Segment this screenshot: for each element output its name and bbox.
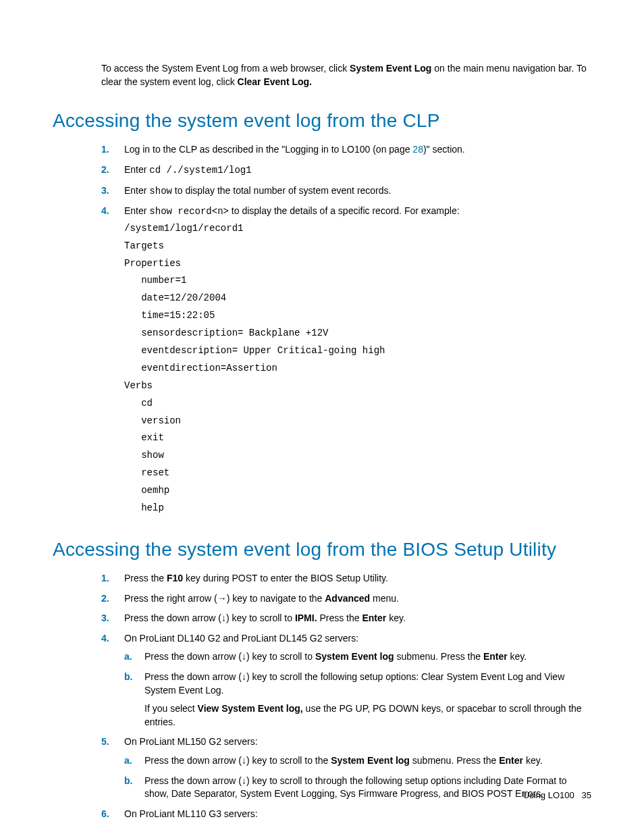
marker: 2. — [101, 163, 109, 177]
step-1: 1. Press the F10 key during POST to ente… — [101, 572, 591, 585]
marker: b. — [124, 775, 132, 788]
marker: a. — [124, 650, 132, 664]
bios-steps: 1. Press the F10 key during POST to ente… — [101, 572, 591, 820]
text-bold: System Event log — [331, 755, 410, 766]
text: Press the down arrow (↓) key to scroll t… — [144, 755, 331, 766]
code-inline: show record<n> — [149, 206, 229, 217]
marker: 6. — [101, 808, 109, 821]
step-2: 2. Enter cd /./system1/log1 — [101, 163, 591, 178]
text: key. — [508, 651, 527, 662]
text-bold: Enter — [499, 755, 523, 766]
footer-page: 35 — [582, 790, 591, 800]
text: Log in to the CLP as described in the "L… — [124, 144, 412, 155]
text: key. — [386, 613, 406, 623]
text-bold: System Event Log — [350, 63, 431, 74]
substeps-5: a. Press the down arrow (↓) key to scrol… — [124, 754, 591, 801]
marker: 1. — [101, 572, 109, 585]
step-2: 2. Press the right arrow (→) key to navi… — [101, 592, 591, 606]
step-3: 3. Press the down arrow (↓) key to scrol… — [101, 612, 591, 625]
marker: 2. — [101, 592, 109, 606]
substep-a: a. Press the down arrow (↓) key to scrol… — [124, 650, 591, 664]
text: Press the — [124, 573, 167, 583]
text: Press the — [317, 613, 363, 623]
heading-bios: Accessing the system event log from the … — [53, 536, 591, 563]
step-3: 3. Enter show to display the total numbe… — [101, 184, 591, 199]
text: Press the down arrow (↓) key to scroll t… — [124, 613, 295, 623]
marker: 4. — [101, 205, 109, 218]
text: Enter — [124, 164, 149, 175]
step-4: 4. On ProLiant DL140 G2 and ProLiant DL1… — [101, 632, 591, 729]
substep-b: b. Press the down arrow (↓) key to scrol… — [124, 671, 591, 729]
code-inline: cd /./system1/log1 — [149, 165, 251, 176]
substeps-4: a. Press the down arrow (↓) key to scrol… — [124, 650, 591, 729]
text: )" section. — [423, 144, 465, 155]
marker: 3. — [101, 184, 109, 198]
text: On ProLiant ML150 G2 servers: — [124, 736, 258, 747]
code-inline: show — [149, 186, 172, 197]
page-link[interactable]: 28 — [412, 144, 423, 155]
text: to display the total number of system ev… — [172, 185, 392, 196]
text: Enter — [124, 205, 149, 216]
substep-a: a. Press the down arrow (↓) key to scrol… — [124, 754, 591, 768]
step-1: 1. Log in to the CLP as described in the… — [101, 143, 591, 157]
note: If you select View System Event log, use… — [144, 702, 591, 729]
text-bold: View System Event log, — [198, 703, 303, 714]
text: submenu. Press the — [394, 651, 483, 662]
text: submenu. Press the — [410, 755, 499, 766]
substep-b: b. Press the down arrow (↓) key to scrol… — [124, 775, 591, 801]
step-5: 5. On ProLiant ML150 G2 servers: a. Pres… — [101, 735, 591, 800]
text: If you select — [144, 703, 198, 714]
step-4: 4. Enter show record<n> to display the d… — [101, 205, 591, 517]
clp-steps: 1. Log in to the CLP as described in the… — [101, 143, 591, 517]
marker: 3. — [101, 612, 109, 625]
intro-paragraph: To access the System Event Log from a we… — [101, 62, 591, 88]
code-block: /system1/log1/record1 Targets Properties… — [124, 220, 591, 517]
text: Press the right arrow (→) key to navigat… — [124, 593, 325, 604]
heading-clp: Accessing the system event log from the … — [53, 107, 591, 134]
text: menu. — [370, 593, 399, 604]
marker: 5. — [101, 735, 109, 749]
text: to display the details of a specific rec… — [229, 205, 460, 216]
text-bold: Enter — [483, 651, 508, 662]
footer: Using LO100 35 — [523, 789, 591, 802]
text-bold: Advanced — [325, 593, 370, 604]
text: Press the down arrow (↓) key to scroll t… — [144, 671, 564, 696]
text: To access the System Event Log from a we… — [101, 63, 350, 74]
step-6: 6. On ProLiant ML110 G3 servers: — [101, 808, 591, 821]
text-bold: F10 — [167, 573, 183, 583]
text-bold: IPMI. — [295, 613, 317, 623]
marker: a. — [124, 754, 132, 768]
text: key during POST to enter the BIOS Setup … — [183, 573, 388, 583]
text: Enter — [124, 185, 149, 196]
text-bold: Clear Event Log. — [238, 76, 312, 87]
marker: b. — [124, 671, 132, 684]
text: Press the down arrow (↓) key to scroll t… — [144, 775, 567, 800]
marker: 4. — [101, 632, 109, 646]
footer-section: Using LO100 — [523, 790, 574, 800]
text: key. — [523, 755, 543, 766]
document-page: To access the System Event Log from a we… — [0, 0, 644, 834]
text: On ProLiant ML110 G3 servers: — [124, 808, 258, 819]
text: Press the down arrow (↓) key to scroll t… — [144, 651, 315, 662]
marker: 1. — [101, 143, 109, 157]
text-bold: System Event log — [315, 651, 394, 662]
text-bold: Enter — [362, 613, 386, 623]
text: On ProLiant DL140 G2 and ProLiant DL145 … — [124, 633, 358, 644]
